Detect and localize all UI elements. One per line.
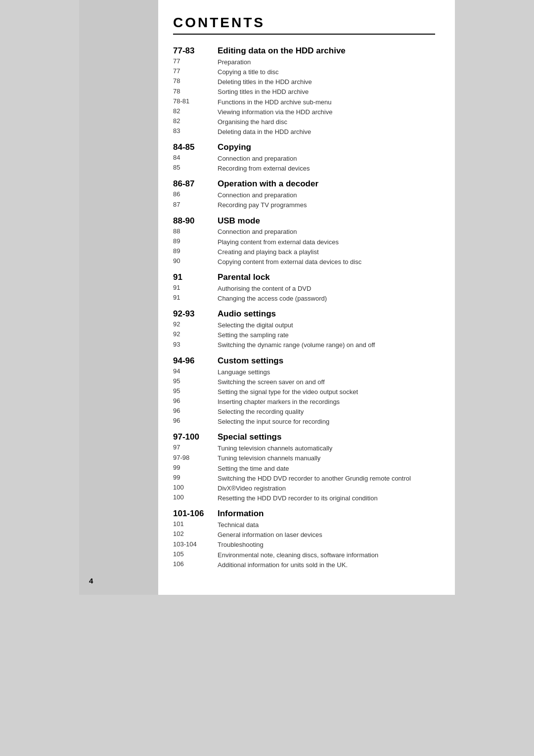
section-heading: USB mode bbox=[218, 216, 435, 227]
section-heading: Custom settings bbox=[218, 356, 435, 367]
sub-page-num: 97-98 bbox=[173, 453, 213, 463]
page-title: CONTENTS bbox=[173, 15, 435, 31]
section-heading: Information bbox=[218, 508, 435, 520]
sub-page-num: 97 bbox=[173, 443, 213, 452]
sub-item: Deleting data in the HDD archive bbox=[218, 127, 435, 137]
section-range: 101-106 bbox=[173, 509, 204, 518]
sub-item: Technical data bbox=[218, 520, 435, 530]
section: 94-96949595969696Custom settingsLanguage… bbox=[173, 356, 435, 427]
sub-page-num: 96 bbox=[173, 406, 213, 416]
left-sidebar bbox=[79, 0, 158, 595]
section-range: 86-87 bbox=[173, 179, 194, 188]
page-numbers-col: 97-1009797-989999100100 bbox=[173, 432, 218, 503]
sub-item: Copying a title to disc bbox=[218, 67, 435, 77]
page: CONTENTS 77-837777787878-81828283Editing… bbox=[79, 0, 455, 595]
section-content: Operation with a decoderConnection and p… bbox=[218, 178, 435, 210]
sub-page-num: 83 bbox=[173, 126, 213, 136]
sub-item: Sorting titles in the HDD archive bbox=[218, 87, 435, 97]
sub-page-num: 78-81 bbox=[173, 96, 213, 106]
sub-page-num: 99 bbox=[173, 473, 213, 483]
sub-page-num: 95 bbox=[173, 386, 213, 396]
sub-item: Creating and playing back a playlist bbox=[218, 247, 435, 257]
title-divider bbox=[173, 34, 435, 35]
page-numbers-col: 101-106101102103-104105106 bbox=[173, 508, 218, 570]
sub-item: Preparation bbox=[218, 57, 435, 67]
sub-page-num: 84 bbox=[173, 153, 213, 163]
sub-item: Deleting titles in the HDD archive bbox=[218, 77, 435, 87]
sub-page-num: 92 bbox=[173, 329, 213, 339]
page-numbers-col: 94-96949595969696 bbox=[173, 356, 218, 427]
section: 97-1009797-989999100100Special settingsT… bbox=[173, 432, 435, 503]
sub-page-num: 92 bbox=[173, 319, 213, 329]
sub-item: Environmental note, cleaning discs, soft… bbox=[218, 550, 435, 560]
sub-page-num: 103-104 bbox=[173, 539, 213, 549]
sub-page-num: 88 bbox=[173, 226, 213, 236]
sub-page-num: 105 bbox=[173, 549, 213, 559]
section-range: 92-93 bbox=[173, 309, 194, 318]
section: 84-858485CopyingConnection and preparati… bbox=[173, 142, 435, 174]
section-heading: Parental lock bbox=[218, 272, 435, 283]
sub-item: Selecting the input source for recording bbox=[218, 417, 435, 427]
sub-page-num: 96 bbox=[173, 396, 213, 406]
sub-page-num: 89 bbox=[173, 236, 213, 246]
sub-page-num: 90 bbox=[173, 256, 213, 266]
sub-item: Switching the dynamic range (volume rang… bbox=[218, 340, 435, 350]
section-heading: Special settings bbox=[218, 432, 435, 443]
page-numbers-col: 92-93929293 bbox=[173, 309, 218, 350]
sub-page-num: 93 bbox=[173, 340, 213, 350]
sub-item: Resetting the HDD DVD recorder to its or… bbox=[218, 493, 435, 503]
sub-item: Authorising the content of a DVD bbox=[218, 284, 435, 294]
sub-page-num: 82 bbox=[173, 116, 213, 126]
section: 919191Parental lockAuthorising the conte… bbox=[173, 272, 435, 304]
sub-item: Language settings bbox=[218, 367, 435, 377]
sub-page-num: 87 bbox=[173, 200, 213, 210]
sub-item: Troubleshooting bbox=[218, 540, 435, 550]
sub-page-num: 101 bbox=[173, 519, 213, 529]
sub-page-num: 85 bbox=[173, 163, 213, 173]
page-numbers-col: 84-858485 bbox=[173, 142, 218, 174]
sub-page-num: 91 bbox=[173, 283, 213, 293]
page-number-bottom: 4 bbox=[89, 577, 93, 585]
section-content: USB modeConnection and preparationPlayin… bbox=[218, 216, 435, 267]
section: 86-878687Operation with a decoderConnect… bbox=[173, 178, 435, 210]
sub-item: Additional information for units sold in… bbox=[218, 560, 435, 570]
sub-page-num: 89 bbox=[173, 246, 213, 256]
section: 88-9088898990USB modeConnection and prep… bbox=[173, 216, 435, 267]
sub-page-num: 91 bbox=[173, 293, 213, 303]
section-range: 84-85 bbox=[173, 142, 194, 152]
section-content: Editing data on the HDD archivePreparati… bbox=[218, 45, 435, 137]
sub-item: Setting the sampling rate bbox=[218, 330, 435, 340]
section-content: CopyingConnection and preparationRecordi… bbox=[218, 142, 435, 174]
sub-page-num: 82 bbox=[173, 106, 213, 116]
section: 77-837777787878-81828283Editing data on … bbox=[173, 45, 435, 137]
sub-item: Switching the HDD DVD recorder to anothe… bbox=[218, 474, 435, 484]
sub-page-num: 100 bbox=[173, 492, 213, 502]
sub-item: Setting the time and date bbox=[218, 464, 435, 474]
sub-item: Connection and preparation bbox=[218, 227, 435, 237]
sub-page-num: 78 bbox=[173, 76, 213, 86]
section-range: 97-100 bbox=[173, 432, 199, 442]
sub-item: Inserting chapter markers in the recordi… bbox=[218, 397, 435, 407]
sub-page-num: 102 bbox=[173, 529, 213, 539]
sub-page-num: 86 bbox=[173, 189, 213, 199]
sub-item: Tuning television channels automatically bbox=[218, 444, 435, 453]
sub-item: Selecting the digital output bbox=[218, 320, 435, 330]
page-numbers-col: 86-878687 bbox=[173, 178, 218, 210]
sub-page-num: 99 bbox=[173, 463, 213, 473]
sub-item: General information on laser devices bbox=[218, 530, 435, 540]
page-numbers-col: 77-837777787878-81828283 bbox=[173, 45, 218, 137]
section-content: Special settingsTuning television channe… bbox=[218, 432, 435, 503]
sub-item: Copying content from external data devic… bbox=[218, 257, 435, 267]
sub-item: Playing content from external data devic… bbox=[218, 237, 435, 247]
section: 92-93929293Audio settingsSelecting the d… bbox=[173, 309, 435, 350]
sub-item: Organising the hard disc bbox=[218, 117, 435, 127]
sub-item: Switching the screen saver on and off bbox=[218, 377, 435, 387]
sub-page-num: 78 bbox=[173, 87, 213, 96]
sub-page-num: 95 bbox=[173, 376, 213, 386]
sub-page-num: 106 bbox=[173, 559, 213, 569]
section-heading: Copying bbox=[218, 142, 435, 153]
sub-item: Recording from external devices bbox=[218, 164, 435, 174]
section-range: 77-83 bbox=[173, 46, 194, 55]
section-content: Parental lockAuthorising the content of … bbox=[218, 272, 435, 304]
sub-item: DivX®Video registration bbox=[218, 484, 435, 493]
